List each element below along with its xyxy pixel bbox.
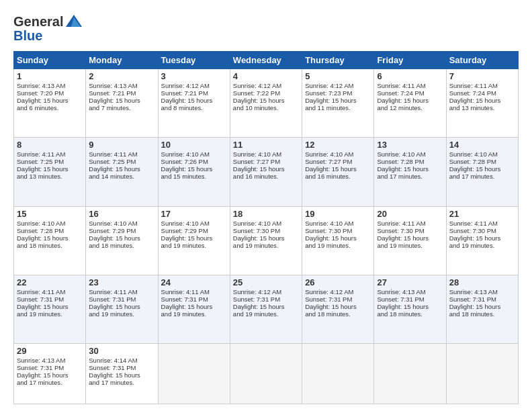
calendar-cell: 2Sunrise: 4:13 AMSunset: 7:21 PMDaylight… [86,69,158,138]
day-number: 30 [89,346,154,356]
cell-line: Sunset: 7:28 PM [377,158,443,165]
cell-line: and 11 minutes. [305,104,371,111]
day-number: 21 [449,209,515,219]
calendar-cell: 25Sunrise: 4:12 AMSunset: 7:31 PMDayligh… [230,275,302,343]
cell-line: Sunset: 7:26 PM [161,158,227,165]
cell-line: Sunset: 7:20 PM [17,89,83,97]
cell-line: Sunset: 7:31 PM [89,364,154,371]
cell-line: Daylight: 15 hours [449,97,515,104]
cell-line: Daylight: 15 hours [233,97,299,104]
cell-line: Sunset: 7:24 PM [449,89,515,97]
cell-line: Daylight: 15 hours [305,97,371,104]
day-number: 3 [161,71,227,81]
cell-line: Sunset: 7:31 PM [17,295,83,303]
cell-line: and 12 minutes. [377,104,443,111]
cell-line: and 18 minutes. [449,310,515,318]
cell-line: Sunset: 7:24 PM [377,89,443,97]
calendar-cell: 27Sunrise: 4:13 AMSunset: 7:31 PMDayligh… [374,275,446,343]
cell-line: and 17 minutes. [17,379,83,386]
cell-line: and 19 minutes. [305,242,371,249]
cell-line: Daylight: 15 hours [305,303,371,310]
cell-line: and 17 minutes. [377,173,443,180]
cell-line: Sunrise: 4:13 AM [17,82,83,89]
cell-line: Daylight: 15 hours [377,97,443,104]
cell-line: Daylight: 15 hours [161,97,227,104]
cell-line: Daylight: 15 hours [233,303,299,310]
day-number: 26 [305,277,371,287]
cell-line: and 18 minutes. [89,242,154,249]
cell-line: Sunrise: 4:11 AM [161,288,227,295]
calendar-week-row: 8Sunrise: 4:11 AMSunset: 7:25 PMDaylight… [14,138,519,206]
cell-line: and 8 minutes. [161,104,227,111]
day-number: 24 [161,277,227,287]
cell-line: Sunrise: 4:11 AM [89,150,154,158]
cell-line: and 10 minutes. [233,104,299,111]
cell-line: Sunrise: 4:12 AM [233,288,299,295]
calendar-week-row: 15Sunrise: 4:10 AMSunset: 7:28 PMDayligh… [14,206,519,275]
day-header-monday: Monday [86,52,158,69]
calendar-cell: 19Sunrise: 4:10 AMSunset: 7:30 PMDayligh… [302,206,374,275]
cell-line: Sunset: 7:31 PM [449,295,515,303]
calendar-cell: 20Sunrise: 4:11 AMSunset: 7:30 PMDayligh… [374,206,446,275]
cell-line: Sunset: 7:31 PM [89,295,154,303]
calendar-cell: 17Sunrise: 4:10 AMSunset: 7:29 PMDayligh… [158,206,230,275]
calendar-cell: 21Sunrise: 4:11 AMSunset: 7:30 PMDayligh… [446,206,518,275]
cell-line: Daylight: 15 hours [17,97,83,104]
day-number: 17 [161,209,227,219]
calendar-cell: 26Sunrise: 4:12 AMSunset: 7:31 PMDayligh… [302,275,374,343]
cell-line: Sunset: 7:22 PM [233,89,299,97]
cell-line: Daylight: 15 hours [449,165,515,173]
cell-line: and 13 minutes. [17,173,83,180]
day-number: 23 [89,277,154,287]
day-number: 16 [89,209,154,219]
cell-line: Sunset: 7:31 PM [377,295,443,303]
cell-line: Sunset: 7:30 PM [377,227,443,234]
cell-line: and 19 minutes. [233,242,299,249]
cell-line: Sunrise: 4:13 AM [377,288,443,295]
cell-line: Sunrise: 4:12 AM [233,82,299,89]
day-number: 4 [233,71,299,81]
cell-line: Sunset: 7:25 PM [17,158,83,165]
cell-line: Sunset: 7:23 PM [305,89,371,97]
cell-line: and 17 minutes. [89,379,154,386]
cell-line: and 6 minutes. [17,104,83,111]
calendar-cell [158,344,230,404]
cell-line: and 13 minutes. [449,104,515,111]
calendar-cell [446,344,518,404]
day-number: 2 [89,71,154,81]
cell-line: Sunset: 7:30 PM [449,227,515,234]
cell-line: Sunrise: 4:10 AM [305,150,371,158]
day-number: 11 [233,140,299,150]
cell-line: Daylight: 15 hours [89,303,154,310]
cell-line: and 17 minutes. [449,173,515,180]
calendar-cell: 4Sunrise: 4:12 AMSunset: 7:22 PMDaylight… [230,69,302,138]
day-header-thursday: Thursday [302,52,374,69]
cell-line: and 7 minutes. [89,104,154,111]
header: General Blue [13,12,519,43]
cell-line: Daylight: 15 hours [305,165,371,173]
cell-line: Sunset: 7:31 PM [305,295,371,303]
page: General Blue SundayMondayTuesdayWednesda… [0,0,532,411]
calendar-cell [374,344,446,404]
calendar-cell: 16Sunrise: 4:10 AMSunset: 7:29 PMDayligh… [86,206,158,275]
calendar-cell: 13Sunrise: 4:10 AMSunset: 7:28 PMDayligh… [374,138,446,206]
day-number: 15 [17,209,83,219]
logo: General Blue [13,12,83,43]
day-number: 6 [377,71,443,81]
logo-icon [64,12,83,31]
cell-line: Sunrise: 4:12 AM [161,82,227,89]
day-number: 25 [233,277,299,287]
cell-line: Sunrise: 4:10 AM [161,150,227,158]
calendar-week-row: 29Sunrise: 4:13 AMSunset: 7:31 PMDayligh… [14,344,519,404]
cell-line: Sunrise: 4:13 AM [449,288,515,295]
calendar-cell: 24Sunrise: 4:11 AMSunset: 7:31 PMDayligh… [158,275,230,343]
day-header-wednesday: Wednesday [230,52,302,69]
cell-line: Sunrise: 4:12 AM [305,82,371,89]
calendar-cell [230,344,302,404]
calendar-week-row: 22Sunrise: 4:11 AMSunset: 7:31 PMDayligh… [14,275,519,343]
day-number: 28 [449,277,515,287]
cell-line: and 19 minutes. [377,242,443,249]
cell-line: and 19 minutes. [89,310,154,318]
cell-line: Sunrise: 4:10 AM [305,220,371,227]
cell-line: Daylight: 15 hours [377,165,443,173]
